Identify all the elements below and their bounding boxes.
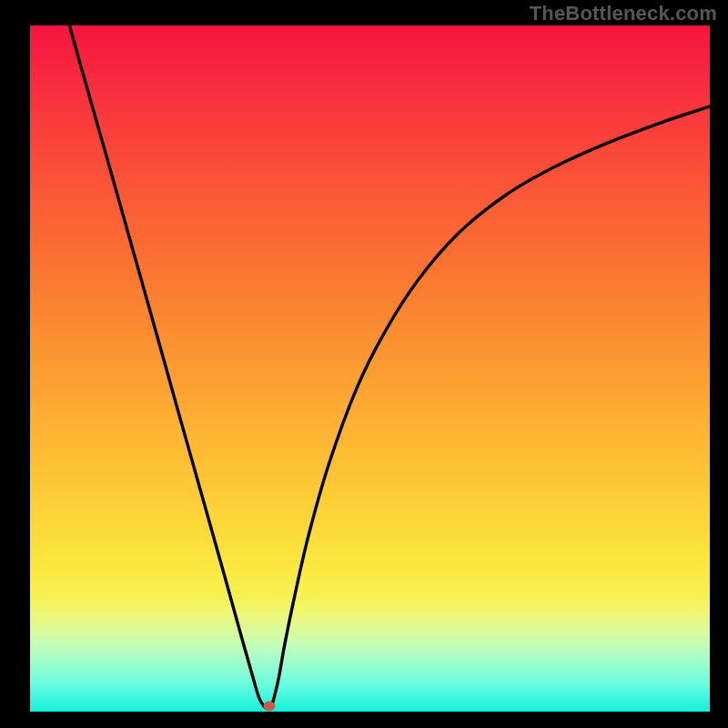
curve-svg bbox=[30, 25, 710, 712]
plot-area bbox=[30, 25, 710, 712]
curve-minimum-marker bbox=[263, 701, 275, 711]
chart-frame: TheBottleneck.com bbox=[0, 0, 728, 728]
watermark-text: TheBottleneck.com bbox=[530, 2, 717, 25]
bottleneck-curve bbox=[69, 25, 710, 708]
